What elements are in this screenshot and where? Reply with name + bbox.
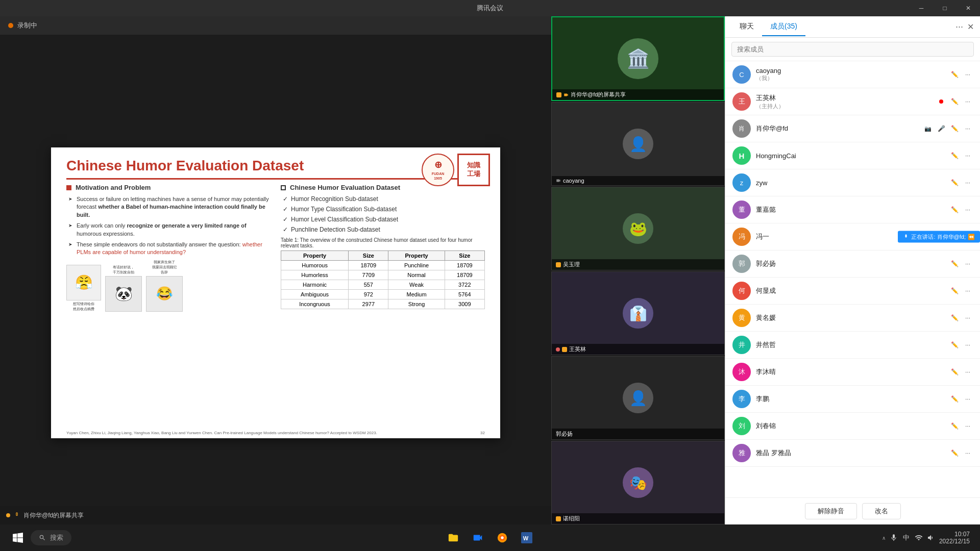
more-member-icon[interactable]: ··· — [963, 151, 973, 161]
member-avatar: 董 — [732, 201, 751, 219]
check-4: Punchline Detection Sub-dataset — [283, 226, 485, 233]
more-member-icon[interactable]: ··· — [963, 340, 973, 350]
check-1: Humor Recognition Sub-dataset — [283, 195, 485, 203]
edit-icon[interactable]: ✏️ — [949, 178, 960, 188]
share-label: 肖仰华@fd的屏幕共享 — [23, 511, 84, 520]
more-member-icon[interactable]: ··· — [963, 448, 973, 458]
member-item: 郭 郭必扬 ✏️ ··· — [725, 251, 980, 278]
share-dot — [6, 513, 10, 517]
member-name: HongmingCai — [756, 152, 944, 160]
taskbar-left: 搜索 — [10, 530, 71, 545]
slide-left: Motivation and Problem Success or failur… — [66, 184, 271, 312]
share-bar: 肖仰华@fd的屏幕共享 — [0, 506, 551, 524]
maximize-button[interactable]: □ — [933, 0, 957, 16]
more-member-icon[interactable]: ··· — [963, 367, 973, 377]
taskbar-file-explorer[interactable] — [443, 528, 463, 548]
table-caption: Table 1: The overview of the constructed… — [281, 237, 485, 248]
video-tile-5: 👤 郭必扬 — [551, 356, 725, 440]
edit-icon[interactable]: ✏️ — [949, 69, 960, 80]
member-avatar: 雅 — [732, 444, 751, 462]
bullet-3: These simple endeavors do not substantia… — [68, 241, 271, 257]
edit-icon[interactable]: ✏️ — [949, 259, 960, 269]
titlebar-controls: ─ □ ✕ — [910, 0, 980, 16]
edit-icon[interactable]: ✏️ — [949, 367, 960, 377]
member-name: 刘春锦 — [756, 421, 944, 431]
edit-icon[interactable]: ✏️ — [949, 123, 960, 134]
windows-icon — [13, 533, 23, 543]
taskbar-tencent-meeting[interactable] — [468, 528, 488, 548]
member-info: 雅晶 罗雅晶 — [756, 448, 944, 458]
windows-logo[interactable] — [10, 530, 26, 545]
video-tile-2: 👤 caoyang — [551, 102, 725, 186]
member-actions: 📷 🎤 ✏️ ··· — [923, 123, 973, 134]
member-actions: ✏️ ··· — [949, 448, 973, 458]
member-actions: ✏️ ··· — [949, 69, 973, 80]
recording-dot — [8, 23, 13, 28]
unmute-button[interactable]: 解除静音 — [805, 503, 857, 519]
video-name-bar-4: 王英林 — [552, 344, 724, 355]
member-item: 黄 黄名媛 ✏️ ··· — [725, 305, 980, 332]
close-panel-icon[interactable]: ✕ — [967, 22, 974, 32]
rename-button[interactable]: 改名 — [862, 503, 901, 519]
search-taskbar[interactable]: 搜索 — [31, 530, 71, 545]
avatar-5: 👤 — [623, 383, 653, 413]
member-avatar: 何 — [732, 282, 751, 300]
more-member-icon[interactable]: ··· — [963, 178, 973, 188]
member-list: C caoyang （我） ✏️ ··· 王 王英林 （主持人） ✏️ — [725, 61, 980, 497]
citation: Yuyan Chen, Zhixu Li, Jiaqing Liang, Yan… — [66, 431, 377, 435]
member-name: 井然哲 — [756, 340, 944, 349]
edit-icon[interactable]: ✏️ — [949, 448, 960, 458]
edit-icon[interactable]: ✏️ — [949, 394, 960, 404]
tab-members[interactable]: 成员(35) — [762, 18, 805, 36]
taskbar-right: ∧ 中 10:07 2022/12/15 — [882, 531, 970, 545]
edit-icon[interactable]: ✏️ — [949, 421, 960, 431]
member-actions: ✏️ ··· — [949, 421, 973, 431]
motivation-bullets: Success or failure on letting machines h… — [66, 195, 271, 257]
chat-tabs: 聊天 成员(35) ··· ✕ — [725, 16, 980, 38]
edit-icon[interactable]: ✏️ — [949, 96, 960, 107]
wifi-icon — [915, 534, 923, 542]
more-member-icon[interactable]: ··· — [963, 313, 973, 323]
more-icon[interactable]: ··· — [955, 21, 963, 32]
close-button[interactable]: ✕ — [957, 0, 980, 16]
more-member-icon[interactable]: ··· — [963, 394, 973, 404]
more-member-icon[interactable]: ··· — [963, 123, 973, 134]
member-avatar: 井 — [732, 336, 751, 354]
cam-icon-1 — [564, 92, 569, 97]
more-member-icon[interactable]: ··· — [963, 96, 973, 107]
video-name-2: caoyang — [563, 178, 584, 184]
edit-icon[interactable]: ✏️ — [949, 151, 960, 161]
taskbar-word[interactable]: W — [517, 528, 537, 548]
share-indicator: 肖仰华@fd的屏幕共享 — [6, 511, 84, 520]
more-member-icon[interactable]: ··· — [963, 421, 973, 431]
more-member-icon[interactable]: ··· — [963, 286, 973, 296]
member-item: 何 何显成 ✏️ ··· — [725, 278, 980, 305]
video-name-1: 肖仰华@fd的屏幕共享 — [571, 91, 626, 98]
member-avatar: 郭 — [732, 255, 751, 273]
ime-indicator[interactable]: 中 — [902, 533, 911, 542]
minimize-button[interactable]: ─ — [910, 0, 933, 16]
member-item: C caoyang （我） ✏️ ··· — [725, 61, 980, 88]
member-item: 刘 刘春锦 ✏️ ··· — [725, 413, 980, 440]
more-member-icon[interactable]: ··· — [963, 69, 973, 80]
edit-icon[interactable]: ✏️ — [949, 313, 960, 323]
member-info: caoyang （我） — [756, 67, 944, 82]
member-info: 郭必扬 — [756, 259, 944, 268]
taskbar-firefox[interactable] — [492, 528, 512, 548]
more-member-icon[interactable]: ··· — [963, 205, 973, 215]
edit-icon[interactable]: ✏️ — [949, 205, 960, 215]
member-name: 雅晶 罗雅晶 — [756, 448, 944, 458]
tray-up-icon[interactable]: ∧ — [882, 535, 886, 541]
edit-icon[interactable]: ✏️ — [949, 286, 960, 296]
more-member-icon[interactable]: ··· — [963, 259, 973, 269]
table-row: Harmonic557 Weak3722 — [281, 280, 485, 290]
check-3: Humor Level Classification Sub-dataset — [283, 216, 485, 223]
search-input[interactable] — [731, 42, 974, 57]
video-tile-4: 👔 王英林 — [551, 271, 725, 355]
mic-status-4 — [562, 347, 567, 352]
time: 10:07 — [939, 531, 970, 538]
tab-chat[interactable]: 聊天 — [731, 18, 762, 36]
right-panel: 🏛️ 肖仰华@fd的屏幕共享 👤 caoyang 🐸 吴玉理 — [551, 16, 725, 524]
edit-icon[interactable]: ✏️ — [949, 340, 960, 350]
member-item: 沐 李沐晴 ✏️ ··· — [725, 359, 980, 386]
